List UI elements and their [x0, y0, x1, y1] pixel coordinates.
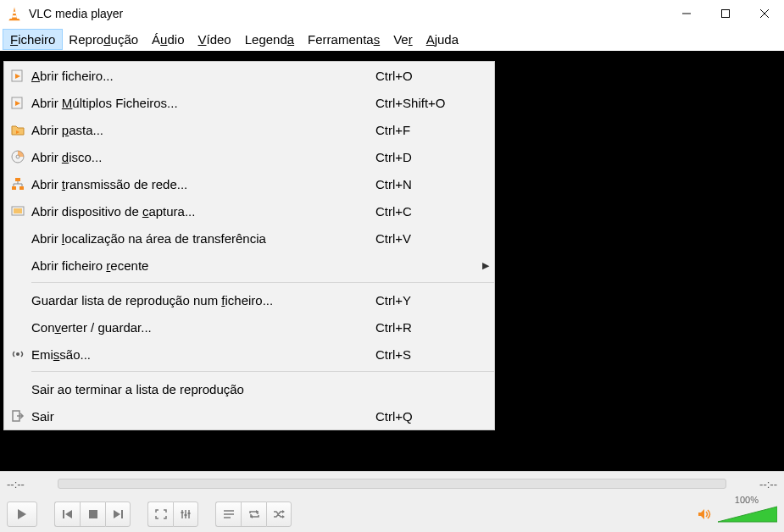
menu-item-converterguardar[interactable]: Converter / guardar...Ctrl+R: [4, 313, 494, 341]
play-file-icon: [4, 69, 31, 82]
menu-vdeo[interactable]: Vídeo: [191, 30, 237, 49]
menu-item-shortcut: Ctrl+Y: [375, 293, 477, 308]
menu-item-shortcut: Ctrl+S: [375, 347, 477, 362]
shuffle-button[interactable]: [266, 502, 292, 527]
total-time[interactable]: --:--: [735, 478, 777, 490]
window-title: VLC media player: [29, 7, 667, 20]
menu-item-label: Abrir localização na área de transferênc…: [31, 231, 375, 246]
minimize-button[interactable]: [667, 0, 706, 27]
menu-item-shortcut: Ctrl+Q: [375, 409, 477, 424]
volume-control: 100%: [698, 505, 777, 524]
menu-separator: [31, 282, 494, 283]
svg-point-17: [16, 352, 19, 356]
fullscreen-icon: [155, 509, 167, 519]
equalizer-icon: [180, 509, 192, 519]
network-icon: [4, 177, 31, 191]
playlist-button[interactable]: [215, 502, 241, 527]
close-button[interactable]: [745, 0, 784, 27]
menu-legenda[interactable]: Legenda: [238, 30, 301, 49]
play-icon: [16, 508, 28, 520]
volume-slider[interactable]: [718, 505, 777, 524]
shuffle-icon: [273, 509, 285, 519]
time-bar: --:-- --:--: [0, 472, 784, 496]
menu-item-abrirdisco[interactable]: Abrir disco...Ctrl+D: [4, 143, 494, 170]
svg-rect-27: [188, 513, 191, 514]
vlc-cone-icon: [7, 6, 22, 21]
previous-button[interactable]: [54, 502, 80, 527]
menu-item-shortcut: Ctrl+Shift+O: [375, 96, 477, 110]
menu-item-abrirficheiro[interactable]: Abrir ficheiro...Ctrl+O: [4, 62, 494, 89]
menu-item-guardarlistadereproduonumfic[interactable]: Guardar lista de reprodução num ficheiro…: [4, 286, 494, 313]
menu-item-label: Emissão...: [31, 347, 375, 362]
fullscreen-button[interactable]: [147, 502, 173, 527]
svg-rect-9: [12, 186, 16, 190]
menu-item-shortcut: Ctrl+O: [375, 69, 477, 83]
menu-item-shortcut: Ctrl+C: [375, 204, 477, 219]
disc-icon: [4, 150, 31, 163]
menu-item-abrirficheirorecente[interactable]: Abrir ficheiro recente▶: [4, 252, 494, 279]
menu-item-abrirpasta[interactable]: Abrir pasta...Ctrl+F: [4, 116, 494, 143]
loop-button[interactable]: [241, 502, 266, 527]
volume-percent: 100%: [735, 495, 759, 505]
menu-item-emisso[interactable]: Emissão...Ctrl+S: [4, 341, 494, 368]
menu-separator: [31, 371, 494, 372]
seek-slider[interactable]: [58, 479, 726, 489]
skip-forward-icon: [112, 509, 124, 519]
menu-item-label: Abrir transmissão de rede...: [31, 177, 375, 191]
svg-rect-26: [185, 514, 187, 516]
controls-bar: 100%: [0, 496, 784, 532]
svg-rect-20: [89, 510, 97, 518]
file-menu-dropdown: Abrir ficheiro...Ctrl+OAbrir Múltiplos F…: [3, 61, 495, 430]
folder-icon: [4, 123, 31, 136]
menu-item-shortcut: Ctrl+R: [375, 320, 477, 335]
menu-ver[interactable]: Ver: [386, 30, 420, 49]
submenu-arrow-icon: ▶: [477, 260, 494, 271]
menu-item-shortcut: Ctrl+V: [375, 231, 477, 246]
menu-ajuda[interactable]: Ajuda: [420, 30, 465, 49]
loop-icon: [248, 509, 260, 519]
speaker-icon[interactable]: [698, 507, 713, 521]
menu-item-shortcut: Ctrl+D: [375, 150, 477, 164]
menu-item-shortcut: Ctrl+N: [375, 177, 477, 191]
menu-item-label: Sair ao terminar a lista de reprodução: [31, 382, 375, 396]
skip-group: [54, 502, 131, 527]
menu-reproduo[interactable]: Reprodução: [62, 30, 145, 49]
menu-ferramentas[interactable]: Ferramentas: [301, 30, 386, 49]
menu-item-label: Abrir disco...: [31, 150, 375, 164]
stop-icon: [88, 509, 98, 519]
menu-item-shortcut: Ctrl+F: [375, 123, 477, 137]
elapsed-time[interactable]: --:--: [7, 478, 49, 490]
bottom-panel: --:-- --:-- 100%: [0, 471, 784, 532]
svg-point-7: [16, 155, 19, 158]
menu-udio[interactable]: Áudio: [145, 30, 191, 49]
svg-rect-8: [15, 178, 20, 181]
menu-item-label: Sair: [31, 409, 375, 424]
capture-icon: [4, 204, 31, 218]
menu-item-label: Abrir ficheiro...: [31, 69, 375, 83]
svg-rect-16: [14, 208, 22, 213]
play-file-icon: [4, 96, 31, 109]
stop-button[interactable]: [80, 502, 105, 527]
maximize-button[interactable]: [706, 0, 745, 27]
svg-rect-10: [19, 186, 24, 190]
ext-settings-button[interactable]: [173, 502, 198, 527]
next-button[interactable]: [105, 502, 131, 527]
skip-back-icon: [62, 509, 74, 519]
menu-item-sairaoterminaralistadereprod[interactable]: Sair ao terminar a lista de reprodução: [4, 375, 494, 402]
svg-rect-21: [121, 510, 123, 518]
svg-rect-25: [181, 512, 184, 513]
menu-item-label: Guardar lista de reprodução num ficheiro…: [31, 293, 375, 308]
exit-icon: [4, 409, 31, 423]
menu-item-label: Abrir ficheiro recente: [31, 258, 375, 273]
menu-item-abrirmltiplosficheiros[interactable]: Abrir Múltiplos Ficheiros...Ctrl+Shift+O: [4, 89, 494, 116]
menu-ficheiro[interactable]: Ficheiro: [3, 30, 62, 49]
menubar: FicheiroReproduçãoÁudioVídeoLegendaFerra…: [0, 27, 784, 51]
menu-item-abrirlocalizaonareadetransfe[interactable]: Abrir localização na área de transferênc…: [4, 224, 494, 252]
titlebar: VLC media player: [0, 0, 784, 27]
menu-item-label: Abrir pasta...: [31, 123, 375, 137]
playlist-icon: [223, 509, 235, 519]
menu-item-abrirtransmissoderede[interactable]: Abrir transmissão de rede...Ctrl+N: [4, 170, 494, 197]
menu-item-sair[interactable]: SairCtrl+Q: [4, 402, 494, 429]
menu-item-abrirdispositivodecaptura[interactable]: Abrir dispositivo de captura...Ctrl+C: [4, 197, 494, 224]
play-button[interactable]: [7, 502, 37, 527]
